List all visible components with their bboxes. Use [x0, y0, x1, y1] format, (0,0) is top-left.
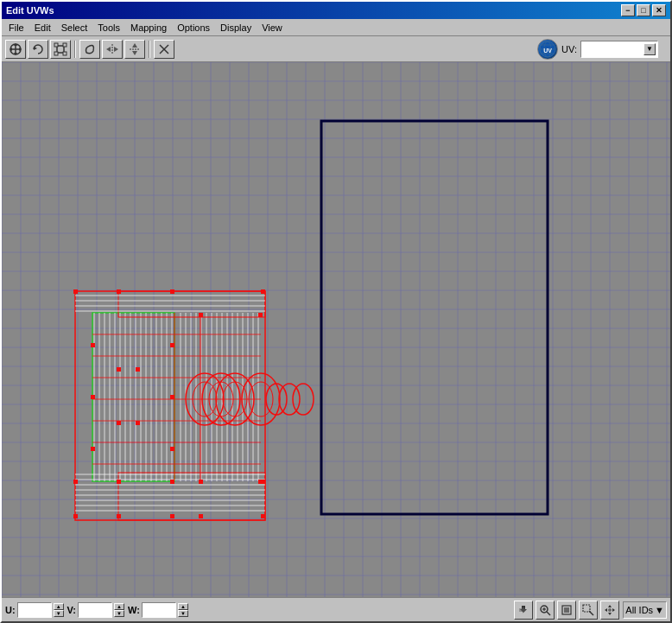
all-ids-arrow: ▼ — [655, 605, 664, 615]
toolbar-separator-2 — [149, 41, 150, 58]
v-spin-down[interactable]: ▼ — [114, 610, 124, 617]
region-zoom-button[interactable] — [579, 601, 598, 620]
menu-file[interactable]: File — [3, 21, 29, 35]
main-window: Edit UVWs − □ ✕ File Edit Select Tools M… — [0, 0, 672, 623]
u-input[interactable] — [17, 602, 52, 618]
close-button[interactable]: ✕ — [652, 4, 666, 16]
svg-marker-7 — [34, 47, 37, 50]
mirrorh-icon — [105, 42, 119, 56]
w-spin: ▲ ▼ — [178, 603, 188, 617]
region-zoom-icon — [582, 604, 594, 616]
svg-rect-12 — [63, 52, 67, 55]
menu-view[interactable]: View — [257, 21, 288, 35]
u-spin: ▲ ▼ — [54, 603, 64, 617]
menu-mapping[interactable]: Mapping — [125, 21, 172, 35]
uv-channel-label: UV: — [561, 44, 577, 54]
svg-marker-18 — [132, 51, 137, 55]
w-field-group: W: ▲ ▼ — [128, 602, 188, 618]
scroll-icon-button[interactable] — [600, 601, 619, 620]
uv-globe-icon: UV — [537, 39, 558, 60]
canvas-area[interactable] — [2, 62, 670, 597]
restore-button[interactable]: □ — [637, 4, 650, 16]
freeform-tool-button[interactable] — [79, 40, 100, 59]
title-bar: Edit UVWs − □ ✕ — [2, 2, 670, 19]
svg-marker-17 — [132, 43, 137, 48]
scale-icon — [54, 42, 67, 56]
stitch-button[interactable] — [154, 40, 174, 59]
pan-icon — [517, 604, 529, 616]
zoom-icon — [539, 604, 551, 616]
stitch-icon — [157, 42, 171, 56]
svg-rect-134 — [564, 607, 569, 613]
all-ids-label: All IDs — [625, 605, 653, 615]
mirrorv-icon — [128, 42, 142, 56]
uv-grid-canvas[interactable] — [2, 62, 670, 597]
zoom-fit-icon — [561, 604, 573, 616]
move-icon — [9, 42, 22, 56]
svg-rect-9 — [54, 43, 58, 47]
rotate-tool-button[interactable] — [28, 40, 48, 59]
svg-point-137 — [608, 608, 612, 612]
svg-marker-15 — [114, 47, 118, 52]
svg-line-130 — [547, 612, 550, 615]
scale-tool-button[interactable] — [50, 40, 71, 59]
rotate-icon — [31, 42, 45, 56]
w-spin-up[interactable]: ▲ — [178, 603, 188, 610]
w-label: W: — [128, 605, 140, 615]
uv-channel-group: UV UV: ▼ — [537, 39, 658, 60]
toolbar: UV UV: ▼ — [2, 36, 670, 62]
svg-rect-11 — [54, 52, 58, 55]
zoom-fit-button[interactable] — [557, 601, 576, 620]
v-spin: ▲ ▼ — [114, 603, 124, 617]
svg-marker-14 — [106, 47, 111, 52]
v-label: V: — [67, 605, 76, 615]
menu-select[interactable]: Select — [56, 21, 93, 35]
zoom-icon-button[interactable] — [536, 601, 555, 620]
svg-rect-10 — [63, 43, 67, 47]
menu-options[interactable]: Options — [172, 21, 215, 35]
u-field-group: U: ▲ ▼ — [5, 602, 64, 618]
menu-edit[interactable]: Edit — [29, 21, 56, 35]
minimize-button[interactable]: − — [621, 4, 635, 16]
pan-icon-button[interactable] — [514, 601, 533, 620]
svg-line-136 — [589, 611, 593, 615]
window-title: Edit UVWs — [6, 5, 54, 16]
menu-bar: File Edit Select Tools Mapping Options D… — [2, 19, 670, 36]
freeform-icon — [83, 42, 97, 56]
move-tool-button[interactable] — [5, 40, 26, 59]
globe-svg: UV — [538, 40, 557, 59]
status-bar: U: ▲ ▼ V: ▲ ▼ W: — [2, 597, 670, 621]
v-input[interactable] — [78, 602, 112, 618]
uv-channel-dropdown[interactable]: ▼ — [580, 41, 658, 58]
svg-text:UV: UV — [543, 48, 552, 54]
menu-tools[interactable]: Tools — [92, 21, 125, 35]
u-spin-up[interactable]: ▲ — [54, 603, 64, 610]
toolbar-separator-1 — [74, 41, 76, 58]
u-spin-down[interactable]: ▼ — [54, 610, 64, 617]
mirrorh-tool-button[interactable] — [102, 40, 123, 59]
v-spin-up[interactable]: ▲ — [114, 603, 124, 610]
w-input[interactable] — [142, 602, 176, 618]
status-icons — [514, 601, 619, 620]
title-bar-buttons: − □ ✕ — [621, 4, 666, 16]
all-ids-dropdown[interactable]: All IDs ▼ — [623, 601, 667, 619]
uv-dropdown-arrow[interactable]: ▼ — [643, 43, 656, 55]
v-field-group: V: ▲ ▼ — [67, 602, 124, 618]
u-label: U: — [5, 605, 16, 615]
scroll-icon — [604, 604, 616, 616]
menu-display[interactable]: Display — [215, 21, 257, 35]
svg-rect-135 — [583, 605, 590, 612]
mirrorv-tool-button[interactable] — [124, 40, 145, 59]
w-spin-down[interactable]: ▼ — [178, 610, 188, 617]
